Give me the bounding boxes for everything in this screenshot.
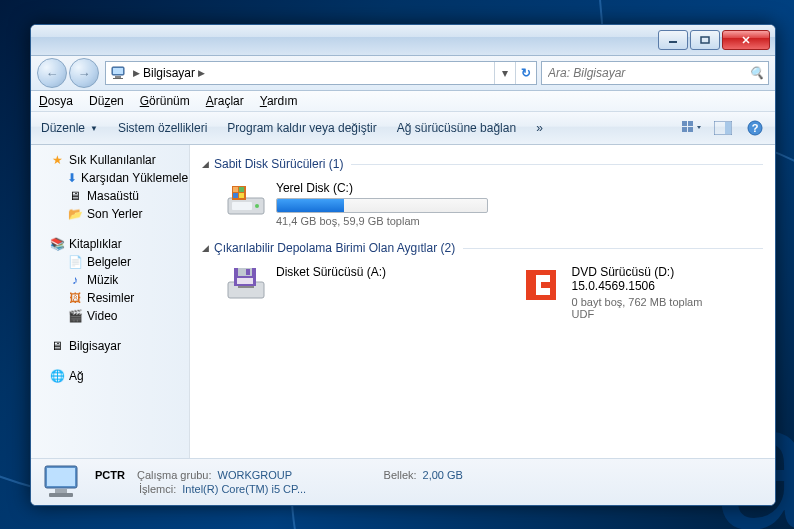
drive-label: Yerel Disk (C:) [276, 181, 759, 195]
recent-icon: 📂 [67, 206, 83, 222]
drive-a[interactable]: Disket Sürücüsü (A:) [202, 259, 468, 330]
menu-view[interactable]: Görünüm [140, 94, 190, 108]
svg-rect-5 [113, 78, 123, 79]
breadcrumb-root[interactable]: Bilgisayar [143, 66, 195, 80]
network-icon: 🌐 [49, 368, 65, 384]
menu-help[interactable]: Yardım [260, 94, 298, 108]
mapdrive-button[interactable]: Ağ sürücüsüne bağlan [397, 121, 516, 135]
svg-rect-6 [682, 121, 687, 126]
menu-tools[interactable]: Araçlar [206, 94, 244, 108]
svg-rect-19 [239, 187, 244, 192]
sidebar-network[interactable]: 🌐Ağ [31, 367, 189, 385]
sidebar-recent[interactable]: 📂Son Yerler [31, 205, 189, 223]
maximize-button[interactable] [690, 30, 720, 50]
back-button[interactable]: ← [37, 58, 67, 88]
dropdown-button[interactable]: ▾ [494, 62, 515, 84]
sidebar-favorites[interactable]: ★Sık Kullanılanlar [31, 151, 189, 169]
help-icon[interactable]: ? [745, 118, 765, 138]
main-pane: ◢Sabit Disk Sürücüleri (1) Yerel Disk (C… [190, 145, 775, 458]
sidebar-libraries[interactable]: 📚Kitaplıklar [31, 235, 189, 253]
view-options-button[interactable] [681, 118, 701, 138]
collapse-icon: ◢ [202, 243, 209, 253]
menubar: Dosya Düzen Görünüm Araçlar Yardım [31, 91, 775, 112]
status-name: PCTR [95, 469, 125, 481]
refresh-button[interactable]: ↻ [515, 62, 536, 84]
status-wg-value: WORKGROUP [218, 469, 338, 481]
menu-file[interactable]: Dosya [39, 94, 73, 108]
floppy-icon [224, 265, 268, 305]
sysprops-button[interactable]: Sistem özellikleri [118, 121, 207, 135]
status-cpu-value: Intel(R) Core(TM) i5 CP... [182, 483, 306, 495]
titlebar [31, 25, 775, 56]
forward-button[interactable]: → [69, 58, 99, 88]
computer-large-icon [41, 464, 85, 500]
svg-rect-34 [55, 489, 67, 493]
explorer-window: ← → ▶ Bilgisayar ▶ ▾ ↻ 🔍 Dosya Düzen Gör… [30, 24, 776, 506]
svg-rect-7 [688, 121, 693, 126]
minimize-button[interactable] [658, 30, 688, 50]
sidebar-computer[interactable]: 🖥Bilgisayar [31, 337, 189, 355]
capacity-bar [276, 198, 488, 213]
status-mem-value: 2,00 GB [423, 469, 463, 481]
close-button[interactable] [722, 30, 770, 50]
svg-rect-1 [701, 37, 709, 43]
collapse-icon: ◢ [202, 159, 209, 169]
svg-rect-23 [238, 286, 254, 288]
svg-rect-33 [47, 468, 75, 486]
svg-rect-29 [536, 275, 541, 295]
preview-pane-button[interactable] [713, 118, 733, 138]
sidebar-video[interactable]: 🎬Video [31, 307, 189, 325]
status-cpu-label: İşlemci: [139, 483, 176, 495]
svg-rect-9 [688, 127, 693, 132]
svg-rect-20 [233, 193, 238, 198]
svg-rect-35 [49, 493, 73, 497]
status-wg-label: Çalışma grubu: [137, 469, 212, 481]
svg-rect-26 [246, 269, 250, 275]
chevron-right-icon: ▶ [133, 68, 140, 78]
sidebar-downloads[interactable]: ⬇Karşıdan Yüklemeler [31, 169, 189, 187]
address-bar[interactable]: ▶ Bilgisayar ▶ ▾ ↻ [105, 61, 537, 85]
drive-info-text: 0 bayt boş, 762 MB toplam [572, 296, 760, 308]
chevron-right-icon: ▶ [198, 68, 205, 78]
svg-rect-30 [541, 275, 550, 282]
computer-icon [110, 65, 126, 81]
overflow-button[interactable]: » [536, 121, 543, 135]
download-icon: ⬇ [67, 170, 77, 186]
computer-icon: 🖥 [49, 338, 65, 354]
organize-button[interactable]: Düzenle▼ [41, 121, 98, 135]
drive-info-text: 41,4 GB boş, 59,9 GB toplam [276, 215, 759, 227]
drive-c[interactable]: Yerel Disk (C:) 41,4 GB boş, 59,9 GB top… [202, 175, 763, 237]
sidebar-music[interactable]: ♪Müzik [31, 271, 189, 289]
drive-fs-text: UDF [572, 308, 760, 320]
sidebar-desktop[interactable]: 🖥Masaüstü [31, 187, 189, 205]
sidebar-pictures[interactable]: 🖼Resimler [31, 289, 189, 307]
svg-rect-31 [541, 288, 550, 295]
dvd-office-icon [520, 265, 564, 305]
desktop-icon: 🖥 [67, 188, 83, 204]
status-mem-label: Bellek: [384, 469, 417, 481]
svg-rect-0 [669, 41, 677, 43]
svg-rect-21 [239, 193, 244, 198]
svg-rect-15 [232, 202, 252, 210]
svg-rect-8 [682, 127, 687, 132]
svg-rect-3 [113, 68, 123, 74]
star-icon: ★ [49, 152, 65, 168]
svg-rect-11 [725, 122, 731, 134]
svg-rect-18 [233, 187, 238, 192]
menu-edit[interactable]: Düzen [89, 94, 124, 108]
drive-d[interactable]: DVD Sürücüsü (D:) 15.0.4569.1506 0 bayt … [498, 259, 764, 330]
uninstall-button[interactable]: Program kaldır veya değiştir [227, 121, 376, 135]
section-removable[interactable]: ◢Çıkarılabilir Depolama Birimi Olan Aygı… [202, 241, 763, 255]
search-icon: 🔍 [749, 66, 764, 80]
drive-label: DVD Sürücüsü (D:) 15.0.4569.1506 [572, 265, 760, 293]
sidebar: ★Sık Kullanılanlar ⬇Karşıdan Yüklemeler … [31, 145, 190, 458]
navbar: ← → ▶ Bilgisayar ▶ ▾ ↻ 🔍 [31, 56, 775, 91]
library-icon: 📚 [49, 236, 65, 252]
search-box[interactable]: 🔍 [541, 61, 769, 85]
sidebar-documents[interactable]: 📄Belgeler [31, 253, 189, 271]
search-input[interactable] [546, 65, 749, 81]
content: ★Sık Kullanılanlar ⬇Karşıdan Yüklemeler … [31, 145, 775, 458]
section-hdd[interactable]: ◢Sabit Disk Sürücüleri (1) [202, 157, 763, 171]
pictures-icon: 🖼 [67, 290, 83, 306]
documents-icon: 📄 [67, 254, 83, 270]
